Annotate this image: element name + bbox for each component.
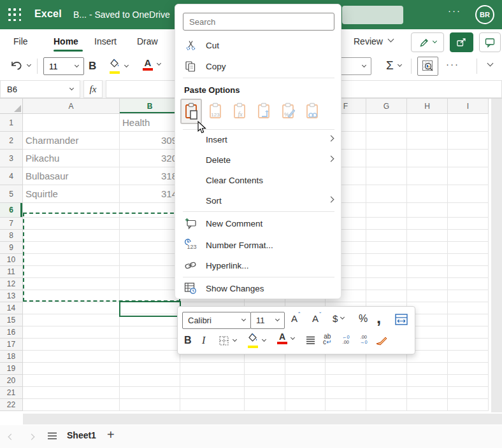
column-header-G[interactable]: G (366, 99, 407, 114)
paste-formatting-button[interactable]: % (277, 99, 299, 124)
name-box[interactable]: B6 (0, 80, 80, 98)
cell-G5[interactable] (366, 185, 407, 203)
autosum-button[interactable]: Σ (386, 59, 401, 73)
cell-E22[interactable] (285, 399, 326, 411)
row-header-1[interactable]: 1 (0, 114, 23, 132)
cell-E20[interactable] (285, 375, 326, 387)
menu-item-delete[interactable]: Delete (175, 150, 342, 169)
find-button[interactable] (417, 57, 438, 76)
menu-item-show-changes[interactable]: Show Changes (175, 279, 342, 298)
app-launcher-icon[interactable] (8, 8, 22, 22)
column-header-H[interactable]: H (407, 99, 448, 114)
cell-A20[interactable] (23, 375, 120, 387)
paste-transpose-button[interactable] (253, 99, 275, 124)
cell-G2[interactable] (366, 132, 407, 150)
mini-font-name-dropdown[interactable]: Calibri (182, 312, 251, 329)
cell-I21[interactable] (448, 387, 489, 399)
document-title[interactable]: B... - Saved to OneDrive (73, 10, 179, 20)
tab-home[interactable]: Home (54, 36, 78, 46)
cell-E21[interactable] (285, 387, 326, 399)
cell-D21[interactable] (245, 387, 285, 399)
cell-B5[interactable]: 314 (120, 185, 180, 203)
paste-formulas-button[interactable]: fx (229, 99, 250, 124)
add-sheet-button[interactable]: + (107, 428, 115, 442)
cell-I19[interactable] (448, 363, 489, 375)
cell-C19[interactable] (180, 363, 245, 375)
mini-italic-button[interactable]: I (202, 335, 205, 346)
horizontal-scrollbar[interactable]: ◀ ▶ (23, 414, 502, 424)
cell-F19[interactable] (326, 363, 366, 375)
tab-insert[interactable]: Insert (94, 36, 117, 46)
cell-I11[interactable] (448, 266, 489, 278)
row-header-18[interactable]: 18 (0, 351, 23, 363)
cell-B7[interactable] (120, 218, 180, 230)
cell-A14[interactable] (23, 302, 120, 314)
cell-H22[interactable] (407, 399, 448, 411)
cell-B18[interactable] (120, 351, 180, 363)
cell-H1[interactable] (407, 114, 448, 132)
cell-G19[interactable] (366, 363, 407, 375)
cell-B10[interactable] (120, 254, 180, 266)
cell-I13[interactable] (448, 290, 489, 302)
cell-B16[interactable] (120, 326, 180, 339)
sheet-list-icon[interactable] (47, 431, 57, 440)
menu-item-cut[interactable]: Cut (175, 36, 342, 55)
cell-G7[interactable] (366, 218, 407, 230)
cell-H12[interactable] (407, 278, 448, 290)
cell-A12[interactable] (23, 278, 120, 290)
avatar[interactable]: BR (475, 5, 494, 24)
font-size-dropdown[interactable]: 11 (43, 57, 84, 75)
cell-I8[interactable] (448, 230, 489, 242)
cell-G9[interactable] (366, 242, 407, 254)
row-header-12[interactable]: 12 (0, 278, 23, 290)
cell-B9[interactable] (120, 242, 180, 254)
cell-B12[interactable] (120, 278, 180, 290)
row-header-6[interactable]: 6 (0, 203, 23, 218)
tab-review[interactable]: Review (354, 36, 383, 46)
row-header-5[interactable]: 5 (0, 185, 23, 203)
cell-H6[interactable] (407, 203, 448, 218)
cell-H4[interactable] (407, 167, 448, 185)
cell-I16[interactable] (448, 326, 489, 339)
cell-H2[interactable] (407, 132, 448, 150)
cell-A22[interactable] (23, 399, 120, 411)
cell-F20[interactable] (326, 375, 366, 387)
cell-I14[interactable] (448, 302, 489, 314)
cell-I9[interactable] (448, 242, 489, 254)
cell-I15[interactable] (448, 314, 489, 326)
undo-button[interactable] (10, 60, 31, 71)
cell-I10[interactable] (448, 254, 489, 266)
cell-H5[interactable] (407, 185, 448, 203)
cell-H13[interactable] (407, 290, 448, 302)
cell-A21[interactable] (23, 387, 120, 399)
row-header-20[interactable]: 20 (0, 375, 23, 387)
cell-I7[interactable] (448, 218, 489, 230)
cell-A16[interactable] (23, 326, 120, 339)
cell-G6[interactable] (366, 203, 407, 218)
cell-H20[interactable] (407, 375, 448, 387)
row-header-2[interactable]: 2 (0, 132, 23, 150)
grow-font-button[interactable]: Aˆ (291, 313, 300, 324)
cell-I1[interactable] (448, 114, 489, 132)
cell-E19[interactable] (285, 363, 326, 375)
shrink-font-button[interactable]: Aˇ (312, 313, 321, 324)
cell-B19[interactable] (120, 363, 180, 375)
comma-format-button[interactable]: , (376, 308, 381, 328)
cell-A5[interactable]: Squirtle (23, 185, 120, 203)
currency-format-button[interactable]: $ (333, 313, 344, 324)
titlebar-search-box[interactable] (342, 6, 403, 24)
cell-A6[interactable] (23, 203, 120, 218)
alignment-button[interactable] (305, 335, 316, 346)
cell-H21[interactable] (407, 387, 448, 399)
cell-A7[interactable] (23, 218, 120, 230)
cell-G10[interactable] (366, 254, 407, 266)
row-header-10[interactable]: 10 (0, 254, 23, 266)
column-header-I[interactable]: I (448, 99, 489, 114)
cell-I22[interactable] (448, 399, 489, 411)
mini-font-color-button[interactable]: A (277, 333, 294, 344)
cell-B2[interactable]: 309 (120, 132, 180, 150)
insert-function-button[interactable]: fx (83, 80, 103, 98)
cell-I6[interactable] (448, 203, 489, 218)
tab-file[interactable]: File (13, 36, 28, 46)
row-header-19[interactable]: 19 (0, 363, 23, 375)
